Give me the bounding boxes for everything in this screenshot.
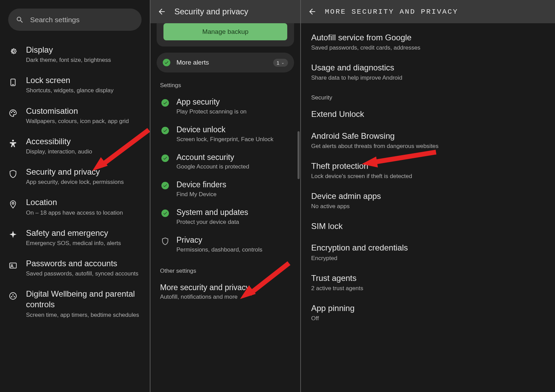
alerts-count-chip: 1 ⌄ <box>273 59 288 67</box>
item-subtitle: 2 active trust agents <box>311 285 545 292</box>
item-autofill-google[interactable]: Autofill service from Google Saved passw… <box>301 27 555 57</box>
item-device-admin[interactable]: Device admin apps No active apps <box>301 185 555 215</box>
check-icon <box>161 127 169 134</box>
settings-item-accessibility[interactable]: Accessibility Display, interaction, audi… <box>0 131 150 161</box>
svg-point-7 <box>12 202 14 204</box>
manage-backup-button[interactable]: Manage backup <box>163 23 287 40</box>
settings-item-location[interactable]: Location On – 18 apps have access to loc… <box>0 191 150 222</box>
security-privacy-panel: Security and privacy Manage backup More … <box>150 0 301 392</box>
settings-item-wellbeing[interactable]: Digital Wellbeing and parental controls … <box>0 283 150 324</box>
settings-item-security-privacy[interactable]: Security and privacy App security, devic… <box>0 161 150 191</box>
search-bar[interactable] <box>8 9 142 31</box>
item-title: Account security <box>176 152 249 162</box>
more-security-list: Autofill service from Google Saved passw… <box>301 23 555 331</box>
back-arrow-icon[interactable] <box>308 7 317 16</box>
check-icon <box>161 182 169 189</box>
location-icon <box>7 198 19 211</box>
settings-item-display[interactable]: Display Dark theme, font size, brightnes… <box>0 39 150 69</box>
phone-icon <box>7 76 19 89</box>
shield-icon <box>160 237 170 245</box>
item-subtitle: Get alerts about threats from dangerous … <box>311 143 545 150</box>
item-system-updates[interactable]: System and updatesProtect your device da… <box>150 203 300 230</box>
item-title: Lock screen <box>26 75 143 85</box>
item-title: Device admin apps <box>311 191 545 201</box>
topbar: MORE SECURITY AND PRIVACY <box>301 0 555 23</box>
scrollbar[interactable] <box>298 131 300 179</box>
item-app-pinning[interactable]: App pinning Off <box>301 297 555 327</box>
item-subtitle: Saved passwords, credit cards, addresses <box>311 44 545 51</box>
item-theft-protection[interactable]: Theft protection Lock device's screen if… <box>301 155 555 185</box>
security-settings-list: App securityPlay Protect scanning is on … <box>150 92 300 258</box>
item-subtitle: Wallpapers, colours, icon pack, app grid <box>26 118 143 125</box>
item-device-finders[interactable]: Device findersFind My Device <box>150 175 300 203</box>
item-subtitle: Autofill, notifications and more <box>160 294 250 300</box>
item-sim-lock[interactable]: SIM lock <box>301 215 555 237</box>
svg-point-3 <box>11 112 12 113</box>
item-more-security-privacy[interactable]: More security and privacyAutofill, notif… <box>150 278 300 306</box>
section-settings: Settings <box>150 72 300 92</box>
item-title: Theft protection <box>311 161 545 171</box>
settings-list: Display Dark theme, font size, brightnes… <box>0 39 150 324</box>
settings-item-lock-screen[interactable]: Lock screen Shortcuts, widgets, glance d… <box>0 69 150 100</box>
item-extend-unlock[interactable]: Extend Unlock <box>301 103 555 125</box>
backup-card: Manage backup <box>157 23 294 46</box>
item-subtitle: Share data to help improve Android <box>311 75 545 81</box>
item-title: Location <box>26 197 143 207</box>
settings-item-safety-emergency[interactable]: Safety and emergency Emergency SOS, medi… <box>0 222 150 253</box>
item-title: Passwords and accounts <box>26 258 143 269</box>
item-title: SIM lock <box>311 221 545 231</box>
page-title: MORE SECURITY AND PRIVACY <box>325 8 458 16</box>
item-subtitle: Display, interaction, audio <box>26 148 143 156</box>
item-trust-agents[interactable]: Trust agents 2 active trust agents <box>301 267 555 297</box>
alerts-count: 1 <box>277 60 279 66</box>
accessibility-icon <box>7 137 19 150</box>
item-subtitle: Lock device's screen if theft is detecte… <box>311 173 545 180</box>
check-icon <box>161 209 169 217</box>
item-title: Digital Wellbeing and parental controls <box>26 288 143 310</box>
item-subtitle: Screen lock, Fingerprint, Face Unlock <box>176 136 273 143</box>
settings-panel: Display Dark theme, font size, brightnes… <box>0 0 150 392</box>
back-arrow-icon[interactable] <box>157 7 166 16</box>
svg-point-10 <box>10 293 16 300</box>
page-title: Security and privacy <box>174 7 248 16</box>
item-subtitle: App security, device lock, permissions <box>26 178 143 186</box>
alerts-label: More alerts <box>176 59 267 66</box>
item-title: Device finders <box>176 180 226 190</box>
item-title: Encryption and credentials <box>311 242 545 253</box>
item-subtitle: Find My Device <box>176 191 226 198</box>
item-app-security[interactable]: App securityPlay Protect scanning is on <box>150 92 300 120</box>
settings-item-passwords[interactable]: Passwords and accounts Saved passwords, … <box>0 253 150 283</box>
more-security-panel: MORE SECURITY AND PRIVACY Autofill servi… <box>301 0 555 392</box>
item-privacy[interactable]: PrivacyPermissions, dashboard, controls <box>150 230 300 258</box>
item-subtitle: Dark theme, font size, brightness <box>26 56 143 64</box>
svg-point-13 <box>14 296 15 297</box>
item-title: App security <box>176 97 247 107</box>
palette-icon <box>7 107 19 119</box>
item-account-security[interactable]: Account securityGoogle Account is protec… <box>150 148 300 175</box>
item-encryption[interactable]: Encryption and credentials Encrypted <box>301 237 555 267</box>
search-input[interactable] <box>30 16 134 24</box>
check-icon <box>161 99 169 107</box>
item-safe-browsing[interactable]: Android Safe Browsing Get alerts about t… <box>301 125 555 155</box>
account-icon <box>7 259 19 272</box>
check-icon <box>161 154 169 162</box>
check-icon <box>163 59 170 66</box>
more-alerts-row[interactable]: More alerts 1 ⌄ <box>157 53 294 72</box>
shield-icon <box>7 168 19 180</box>
item-device-unlock[interactable]: Device unlockScreen lock, Fingerprint, F… <box>150 120 300 148</box>
item-title: Extend Unlock <box>311 109 545 119</box>
topbar: Security and privacy <box>150 0 300 23</box>
chevron-down-icon: ⌄ <box>281 60 285 65</box>
item-title: Usage and diagnostics <box>311 62 545 73</box>
settings-item-customisation[interactable]: Customisation Wallpapers, colours, icon … <box>0 100 150 131</box>
svg-point-4 <box>13 111 14 112</box>
search-icon <box>16 16 24 24</box>
item-subtitle: Play Protect scanning is on <box>176 108 247 115</box>
item-subtitle: On – 18 apps have access to location <box>26 209 143 217</box>
wellbeing-icon <box>7 290 19 302</box>
item-subtitle: Emergency SOS, medical info, alerts <box>26 240 143 247</box>
item-subtitle: No active apps <box>311 203 545 210</box>
item-subtitle: Screen time, app timers, bedtime schedul… <box>26 311 143 319</box>
item-usage-diagnostics[interactable]: Usage and diagnostics Share data to help… <box>301 57 555 87</box>
item-subtitle: Encrypted <box>311 255 545 262</box>
